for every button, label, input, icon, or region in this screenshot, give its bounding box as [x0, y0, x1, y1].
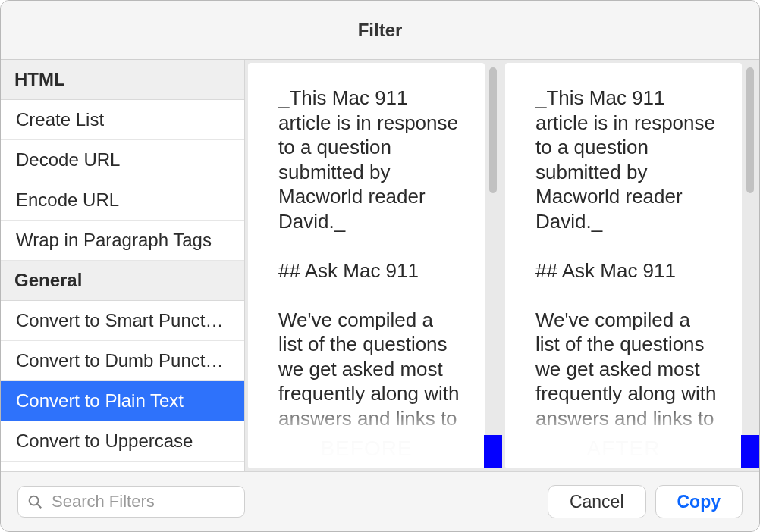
filter-item-lowercase[interactable]: Convert to Lowercase	[1, 462, 244, 471]
filter-item-decode-url[interactable]: Decode URL	[1, 140, 244, 180]
before-label: BEFORE	[248, 433, 485, 468]
preview-area: _This Mac 911 article is in response to …	[245, 60, 759, 471]
filter-item-create-list[interactable]: Create List	[1, 100, 244, 140]
filter-sidebar[interactable]: HTML Create List Decode URL Encode URL W…	[1, 60, 245, 471]
before-scrollbar-thumb[interactable]	[489, 67, 497, 193]
after-box: _This Mac 911 article is in response to …	[505, 63, 742, 468]
section-header-html: HTML	[1, 60, 244, 100]
search-wrap	[17, 486, 245, 518]
filter-item-dumb-punct[interactable]: Convert to Dumb Punctuation	[1, 341, 244, 381]
after-column: _This Mac 911 article is in response to …	[502, 60, 759, 471]
after-scrollbar-thumb[interactable]	[746, 67, 754, 193]
before-box: _This Mac 911 article is in response to …	[248, 63, 485, 468]
filter-item-wrap-paragraph[interactable]: Wrap in Paragraph Tags	[1, 221, 244, 261]
search-input[interactable]	[17, 486, 245, 518]
copy-button[interactable]: Copy	[655, 485, 743, 518]
filter-item-plain-text[interactable]: Convert to Plain Text	[1, 381, 244, 421]
before-scrollbar[interactable]	[488, 63, 498, 468]
after-label: AFTER	[505, 433, 742, 468]
cancel-button[interactable]: Cancel	[548, 485, 646, 518]
filter-item-uppercase[interactable]: Convert to Uppercase	[1, 421, 244, 462]
after-resize-handle[interactable]	[741, 435, 759, 468]
window-title: Filter	[358, 20, 403, 41]
after-text: _This Mac 911 article is in response to …	[505, 63, 742, 433]
filter-item-smart-punct[interactable]: Convert to Smart Punctuation	[1, 301, 244, 341]
before-column: _This Mac 911 article is in response to …	[245, 60, 502, 471]
before-text: _This Mac 911 article is in response to …	[248, 63, 485, 433]
filter-window: Filter HTML Create List Decode URL Encod…	[0, 0, 760, 532]
before-resize-handle[interactable]	[484, 435, 502, 468]
after-scrollbar[interactable]	[745, 63, 755, 468]
main-area: HTML Create List Decode URL Encode URL W…	[1, 60, 759, 472]
filter-item-encode-url[interactable]: Encode URL	[1, 180, 244, 221]
footer: Cancel Copy	[1, 472, 759, 531]
section-header-general: General	[1, 261, 244, 301]
titlebar: Filter	[1, 1, 759, 60]
